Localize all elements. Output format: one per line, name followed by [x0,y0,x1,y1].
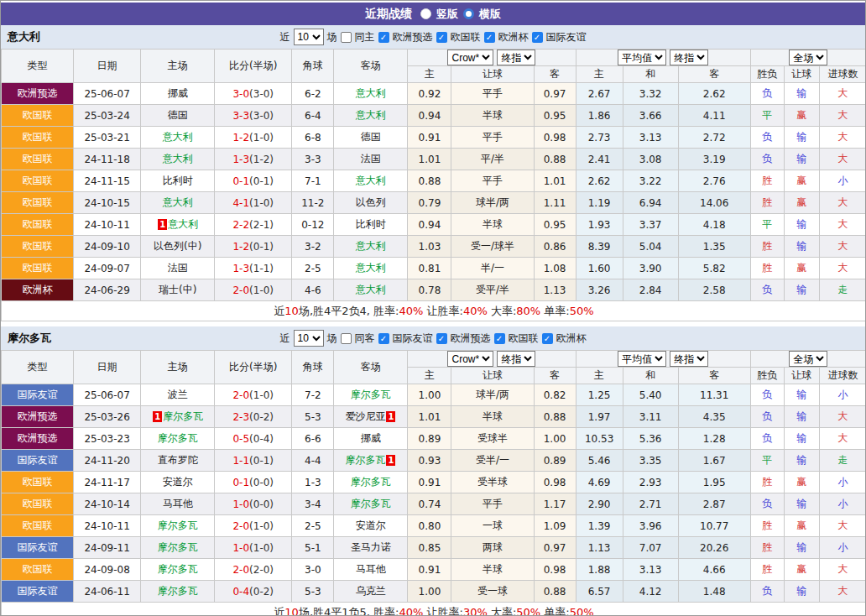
avg-stage-select[interactable]: 终指 [670,351,708,367]
date-cell: 25-06-07 [74,83,141,105]
halftime-score: (3-0) [249,88,274,100]
home-team-name: 摩尔多瓦 [158,432,198,444]
handicap-result-cell: 输 [784,406,819,428]
average-select[interactable]: 平均值 [618,50,666,65]
subcolumn-header: 主 [576,66,623,83]
league-checkbox[interactable]: ✓ [436,333,447,344]
handicap-cell: 球半/两 [451,384,534,406]
handicap-cell: 受半/一 [451,450,534,472]
halftime-score: (0-0) [249,477,274,488]
home-team-cell: 法国 [141,258,215,279]
average-group-header: 平均值终指 [576,50,750,66]
away-odds-cell: 1.09 [534,515,576,537]
vertical-layout-radio[interactable] [420,8,431,19]
average-select[interactable]: 平均值 [618,351,666,367]
scope-select[interactable]: 全场 [789,50,827,65]
subcolumn-header: 胜负 [750,66,784,83]
avg-away-cell: 2.76 [678,170,750,192]
league-checkbox[interactable]: ✓ [378,333,389,344]
scope-select[interactable]: 全场 [789,351,827,367]
score-cell: 2-0(2-0) [215,559,292,581]
home-team-name: 意大利 [163,153,193,164]
date-cell: 25-06-07 [74,384,141,406]
away-team-cell: 意大利 [334,279,408,301]
handicap-cell: 平手 [451,127,534,149]
bookmaker-select[interactable]: Crow* [447,50,493,65]
league-checkbox[interactable]: ✓ [542,333,553,344]
halftime-score: (2-1) [249,219,274,231]
corner-cell: 5-1 [292,537,334,559]
away-odds-cell: 1.00 [534,428,576,450]
home-team-cell: 摩尔多瓦 [141,581,215,603]
league-checkbox[interactable]: ✓ [532,32,543,43]
away-team-name: 法国 [361,153,381,164]
result-cell: 负 [750,279,784,301]
avg-home-cell: 2.90 [576,493,623,515]
match-row: 欧洲预选25-03-261摩尔多瓦2-3(0-2)5-3爱沙尼亚11.01半球0… [2,406,866,428]
league-checkbox[interactable]: ✓ [436,32,447,43]
goals-result-cell: 大 [819,127,866,149]
away-team-cell: 乌克兰 [334,581,408,603]
bookmaker-select[interactable]: Crow* [447,351,493,367]
match-row: 国际友谊24-11-20直布罗陀1-1(0-1)4-4摩尔多瓦10.93受半/一… [2,450,866,472]
away-odds-cell: 0.95 [534,105,576,127]
match-type-cell: 欧国联 [2,236,74,258]
avg-home-cell: 2.67 [576,83,623,105]
league-checkbox[interactable]: ✓ [378,32,389,43]
date-cell: 24-09-10 [74,236,141,258]
away-team-name: 爱沙尼亚 [345,410,385,422]
avg-away-cell: 1.48 [678,581,750,603]
recent-count-select[interactable]: 10 [294,29,324,45]
average-group-header: 平均值终指 [576,351,750,368]
away-odds-cell: 0.82 [534,384,576,406]
home-odds-cell: 0.93 [408,450,451,472]
match-type-cell: 国际友谊 [2,450,74,472]
match-row: 欧国联24-11-17安道尔0-1(0-0)1-3摩尔多瓦0.91受半球0.98… [2,472,866,493]
away-rank-badge: 1 [386,455,395,466]
league-checkbox[interactable]: ✓ [484,32,495,43]
league-checkbox[interactable]: ✓ [494,333,505,344]
section-filter-bar: 摩尔多瓦近10场同客✓国际友谊✓欧洲预选✓欧国联✓欧洲杯 [1,326,865,350]
handicap-result-cell: 输 [784,537,819,559]
corner-cell: 6-2 [292,83,334,105]
away-team-cell: 法国 [334,149,408,170]
column-header: 比分(半场) [215,50,292,83]
match-type-cell: 欧洲预选 [2,83,74,105]
home-team-cell: 1摩尔多瓦 [141,406,215,428]
horizontal-layout-radio[interactable] [463,8,474,19]
home-team-cell: 摩尔多瓦 [141,537,215,559]
league-label: 欧洲杯 [556,331,587,346]
recent-count-select[interactable]: 10 [294,330,324,347]
avg-away-cell: 2.87 [678,493,750,515]
avg-draw-cell: 3.08 [623,149,678,170]
result-group-header: 全场 [750,50,866,66]
avg-stage-select[interactable]: 终指 [670,50,708,65]
date-cell: 24-09-08 [74,559,141,581]
same-side-checkbox[interactable] [341,333,352,344]
handicap-cell: 平/半 [451,149,534,170]
score-cell: 0-4(0-2) [215,581,292,603]
home-team-cell: 瑞士(中) [141,279,215,301]
avg-away-cell: 20.26 [678,537,750,559]
avg-away-cell: 4.11 [678,105,750,127]
avg-home-cell: 2.41 [576,149,623,170]
same-side-checkbox[interactable] [341,32,352,43]
matches-table: 类型日期主场比分(半场)角球客场Crow*终指平均值终指全场主让球客主和客胜负让… [1,49,866,321]
date-cell: 24-10-15 [74,192,141,214]
away-team-name: 摩尔多瓦 [351,498,391,509]
fulltime-score: 2-3 [232,411,249,423]
league-label: 欧国联 [451,30,481,44]
fulltime-score: 2-0 [232,520,249,532]
away-team-cell: 意大利 [334,105,408,127]
avg-draw-cell: 3.11 [623,406,678,428]
corner-cell: 3-0 [292,559,334,581]
away-odds-cell: 0.89 [534,450,576,472]
match-type-cell: 欧国联 [2,493,74,515]
away-team-cell: 意大利 [334,258,408,279]
date-cell: 24-11-17 [74,472,141,493]
odds-stage-select[interactable]: 终指 [497,50,535,65]
avg-home-cell: 4.69 [576,472,623,493]
halftime-score: (2-0) [249,564,274,576]
home-team-name: 以色列(中) [154,240,201,252]
odds-stage-select[interactable]: 终指 [497,351,535,367]
